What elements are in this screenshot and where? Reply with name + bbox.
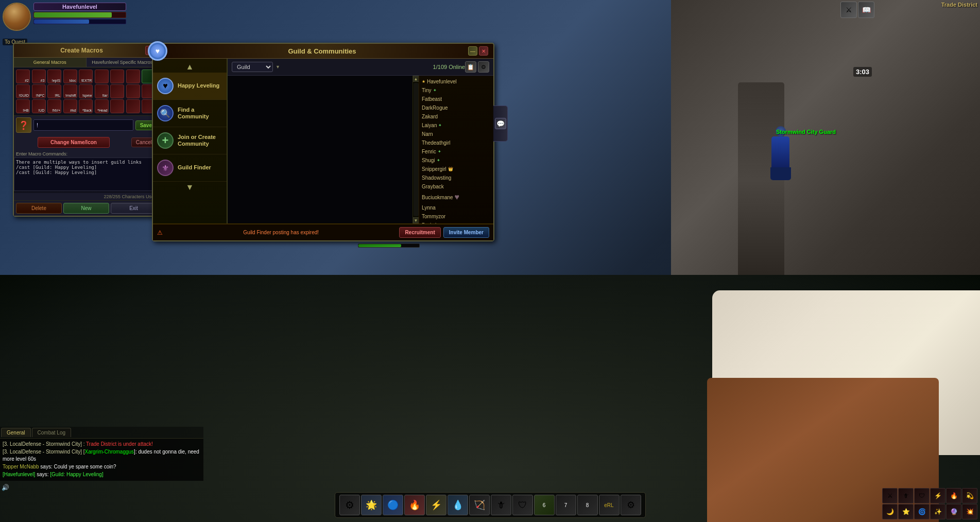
member-fenric[interactable]: Fenric ✦: [419, 147, 493, 156]
icon-spellbook[interactable]: 📖: [858, 2, 874, 18]
guild-close-btn[interactable]: ✕: [479, 46, 488, 56]
guild-recruitment-btn[interactable]: Recruitment: [399, 227, 440, 238]
action-slot-7[interactable]: 🗡: [491, 495, 511, 515]
action-slot-3[interactable]: 🔥: [404, 495, 425, 515]
mini-slot-6[interactable]: 💫: [962, 488, 977, 503]
macro-slot-24[interactable]: [110, 99, 124, 113]
member-darkrogue[interactable]: DarkRogue: [419, 103, 493, 112]
macro-slot-8[interactable]: [126, 69, 140, 83]
macro-slot-20[interactable]: !NV+: [47, 99, 61, 113]
macro-new-btn[interactable]: New: [63, 203, 109, 214]
member-tommyzor[interactable]: Tommyzor: [419, 212, 493, 221]
guild-nav-happy-leveling[interactable]: ♥ Happy Leveling: [153, 73, 227, 100]
tab-general-macros[interactable]: General Macros: [14, 58, 87, 67]
macro-slot-5[interactable]: !EXTR: [79, 69, 93, 83]
macro-name-input[interactable]: [33, 119, 133, 131]
action-slot-11[interactable]: 8: [577, 495, 598, 515]
guild-icon-note[interactable]: 📋: [465, 61, 476, 73]
guild-scroll-up-btn[interactable]: ▲: [413, 76, 419, 82]
guild-nav-guild-finder[interactable]: ⚜ Guild Finder: [153, 154, 227, 182]
mini-slot-2[interactable]: 🗡: [898, 488, 914, 503]
mini-slot-12[interactable]: 💥: [962, 504, 977, 519]
member-grayback[interactable]: Grayback: [419, 182, 493, 191]
member-darkshaman[interactable]: Darkshaman ✦: [419, 221, 493, 223]
macro-exit-btn[interactable]: Exit: [111, 203, 157, 214]
icon-character[interactable]: ⚔: [840, 2, 857, 18]
guild-sidebar-scroll-down[interactable]: ▼: [153, 182, 227, 193]
guild-scroll-down-btn[interactable]: ▼: [413, 217, 419, 223]
mini-slot-8[interactable]: ⭐: [898, 504, 914, 519]
guild-minimize-btn[interactable]: —: [468, 46, 477, 56]
member-zakard[interactable]: Zakard: [419, 112, 493, 121]
member-thedeathgirl[interactable]: Thedeathgirl: [419, 138, 493, 147]
guild-nav-join-create[interactable]: + Join or Create Community: [153, 127, 227, 154]
member-shugi[interactable]: Shugi ✦: [419, 156, 493, 165]
guild-icon-settings[interactable]: ⚙: [478, 61, 489, 73]
macro-slot-7[interactable]: [110, 69, 124, 83]
member-snippergirl[interactable]: Snippergirl 👑: [419, 165, 493, 173]
member-buciuokmane[interactable]: Buciuokmane ♥: [419, 191, 493, 203]
chat-tab-combat[interactable]: Combat Log: [32, 428, 71, 437]
action-slot-1[interactable]: 🌟: [361, 495, 382, 515]
guild-sidebar-scroll-up[interactable]: ▲: [153, 61, 227, 73]
action-slot-5[interactable]: 💧: [448, 495, 468, 515]
macro-change-name-btn[interactable]: Change Name/Icon: [38, 137, 110, 148]
action-slot-9[interactable]: 6: [534, 495, 555, 515]
mini-slot-7[interactable]: 🌙: [882, 504, 898, 519]
macro-slot-15[interactable]: [110, 84, 124, 98]
macro-slot-4[interactable]: !doc: [63, 69, 77, 83]
macro-slot-6[interactable]: [95, 69, 109, 83]
macro-slot-22[interactable]: *Back: [79, 99, 93, 113]
member-laiyan[interactable]: Laiyan ✦: [419, 121, 493, 130]
macro-slot-3[interactable]: !epIS: [47, 69, 61, 83]
macro-textarea[interactable]: There are multiple ways to insert guild …: [14, 158, 159, 191]
macro-slot-2[interactable]: #3: [32, 69, 46, 83]
member-lynna[interactable]: Lynna: [419, 203, 493, 212]
macro-slot-21[interactable]: #kd: [63, 99, 77, 113]
macro-slot-12[interactable]: !mshift: [63, 84, 77, 98]
macro-slot-9[interactable]: !GUID: [16, 84, 30, 98]
macro-icon-preview[interactable]: ❓: [16, 117, 31, 133]
action-slot-6[interactable]: 🏹: [469, 495, 490, 515]
chat-sound-icon[interactable]: 🔊: [2, 484, 9, 491]
macro-grid: #2 #3 !epIS !doc !EXTR !GUID !NPC !RL !m…: [14, 67, 159, 116]
mini-slot-5[interactable]: 🔥: [946, 488, 961, 503]
action-slot-10[interactable]: 7: [556, 495, 576, 515]
macro-slot-10[interactable]: !NPC: [32, 84, 46, 98]
guild-type-dropdown[interactable]: Guild: [232, 62, 273, 72]
member-fatbeast[interactable]: Fatbeast: [419, 95, 493, 103]
macro-slot-19[interactable]: !UD: [32, 99, 46, 113]
action-slot-12[interactable]: ⚙: [621, 495, 641, 515]
chat-tab-general[interactable]: General: [1, 428, 31, 437]
mini-slot-3[interactable]: 🛡: [914, 488, 930, 503]
action-slot-2[interactable]: 🔵: [383, 495, 403, 515]
mini-slot-1[interactable]: ⚔: [882, 488, 898, 503]
guild-scroll-thumb[interactable]: [414, 83, 419, 216]
mini-slot-10[interactable]: ✨: [930, 504, 945, 519]
action-slot-4[interactable]: ⚡: [426, 495, 446, 515]
tab-character-macros[interactable]: Havefunlevel Specific Macros: [87, 58, 159, 67]
guild-nav-find-community[interactable]: 🔍 Find a Community: [153, 100, 227, 127]
mini-slot-11[interactable]: 🔮: [946, 504, 961, 519]
guild-invite-btn[interactable]: Invite Member: [443, 227, 489, 238]
macro-slot-25[interactable]: [126, 99, 140, 113]
guild-header-icons: 📋 ⚙: [465, 61, 489, 73]
mini-slot-4[interactable]: ⚡: [930, 488, 945, 503]
macro-slot-1[interactable]: #2: [16, 69, 30, 83]
mini-slot-9[interactable]: 🌀: [914, 504, 930, 519]
macro-slot-11[interactable]: !RL: [47, 84, 61, 98]
member-shadowsting[interactable]: Shadowsting: [419, 173, 493, 182]
member-havefunlevel[interactable]: ★ Havefunlevel: [419, 77, 493, 86]
action-slot-gear[interactable]: ⚙: [339, 495, 360, 515]
guild-chat-icon[interactable]: 💬: [495, 118, 506, 129]
macro-delete-btn[interactable]: Delete: [16, 203, 62, 214]
macro-slot-18[interactable]: !HB: [16, 99, 30, 113]
action-slot-erl[interactable]: eRL: [599, 495, 620, 515]
macro-slot-16[interactable]: [126, 84, 140, 98]
member-tiny[interactable]: Tiny ✦: [419, 86, 493, 95]
macro-slot-23[interactable]: *Head: [95, 99, 109, 113]
macro-slot-13[interactable]: !spew: [79, 84, 93, 98]
member-narn[interactable]: Narn: [419, 130, 493, 138]
macro-slot-14[interactable]: !tar: [95, 84, 109, 98]
action-slot-8[interactable]: 🛡: [512, 495, 533, 515]
